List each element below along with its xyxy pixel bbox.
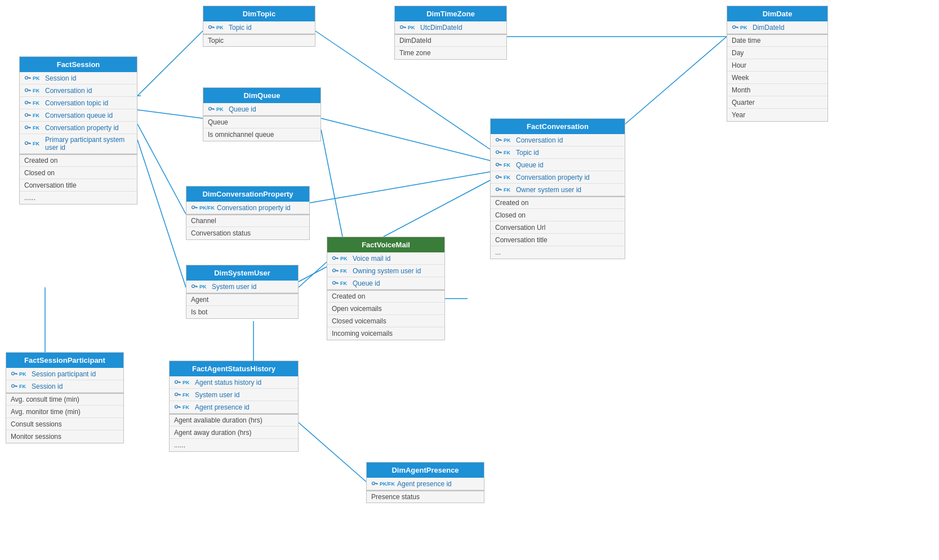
table-factsession: FactSession PKSession id FKConversation … [19,56,137,205]
table-row: FKOwner system user id [491,184,625,196]
field-badge: FK [33,125,43,131]
field-badge: FK [504,187,514,193]
table-row: Channel [186,214,309,227]
table-row: ...... [170,439,298,451]
svg-point-69 [496,175,499,178]
table-row: Created on [20,154,137,167]
field-name: Session id [45,74,76,82]
field-name: Time zone [399,49,431,57]
field-name: Week [732,74,749,82]
key-icon [495,162,502,168]
field-badge: PK/FK [199,205,215,211]
table-header-dimagentpresence: DimAgentPresence [367,463,484,478]
svg-point-105 [175,380,178,383]
svg-point-113 [175,405,178,408]
field-name: Session participant id [32,370,96,378]
field-name: Agent avaliable duration (hrs) [174,416,262,424]
field-name: Closed on [495,211,526,219]
field-name: Conversation id [45,87,92,95]
table-factsessionparticipant: FactSessionParticipant PKSession partici… [6,352,124,443]
key-icon [24,100,31,106]
table-row: Conversation Url [491,221,625,234]
table-header-factvoicemail: FactVoiceMail [327,237,444,252]
table-row: Quarter [727,96,827,109]
table-header-factsession: FactSession [20,57,137,72]
svg-point-61 [496,150,499,153]
field-badge: FK [183,392,193,398]
key-icon [732,24,738,31]
table-row: FKConversation property id [491,171,625,184]
field-badge: FK [33,141,43,146]
table-row: Created on [491,196,625,209]
field-badge: PK [199,284,210,290]
key-icon [174,404,181,411]
table-row: Hour [727,59,827,72]
key-icon [208,106,215,113]
table-header-dimtopic: DimTopic [203,6,315,21]
table-row: FKConversation topic id [20,97,137,109]
diagram-canvas: DimTopic PKTopic idTopicDimTimeZone PKUt… [0,0,939,560]
field-name: Conversation property id [45,124,119,132]
table-factconversation: FactConversation PKConversation id FKTop… [490,118,625,259]
field-name: Closed voicemails [332,317,386,325]
field-name: Incoming voicemails [332,330,393,337]
svg-line-16 [625,37,727,124]
key-icon [332,255,339,262]
table-row: Monitor sessions [6,430,123,443]
table-row: ...... [20,192,137,204]
key-icon [495,149,502,156]
field-name: Owner system user id [516,186,581,194]
table-row: Incoming voicemails [327,327,444,340]
field-name: Queue id [229,105,256,113]
field-name: Topic [208,37,224,45]
table-header-dimqueue: DimQueue [203,88,321,103]
table-dimdate: DimDate PKDimDateIdDate timeDayHourWeekM… [727,6,828,122]
table-header-factconversation: FactConversation [491,119,625,134]
svg-point-49 [25,142,28,145]
key-icon [24,125,31,131]
field-badge: PK [19,371,29,377]
table-header-dimdate: DimDate [727,6,827,21]
svg-line-3 [137,124,186,214]
table-row: FKQueue id [327,277,444,290]
key-icon [24,75,31,82]
field-name: Queue id [516,161,544,169]
table-row: Time zone [395,47,506,59]
svg-line-6 [321,118,490,161]
table-row: FKOwning system user id [327,265,444,277]
table-row: Week [727,72,827,84]
svg-point-97 [12,372,15,375]
field-name: Voice mail id [353,255,390,263]
table-row: FKTopic id [491,146,625,159]
table-row: PKConversation id [491,134,625,146]
field-name: Session id [32,383,63,390]
field-badge: PK [33,75,43,81]
key-icon [191,205,198,211]
field-name: Agent presence id [195,403,250,411]
svg-point-85 [333,256,336,259]
svg-point-17 [209,25,212,28]
key-icon [332,268,339,274]
key-icon [332,280,339,287]
key-icon [24,140,31,147]
field-badge: FK [19,384,29,389]
table-header-factsessionparticipant: FactSessionParticipant [6,353,123,368]
field-name: Quarter [732,99,755,106]
table-row: PKUtcDimDateId [395,21,506,34]
table-factagentstatushistory: FactAgentStatusHistory PKAgent status hi… [169,361,299,452]
field-name: Is omnichannel queue [208,131,274,139]
key-icon [495,137,502,144]
key-icon [495,186,502,193]
table-row: Closed on [20,167,137,179]
table-row: FKConversation property id [20,122,137,134]
field-name: Conversation Url [495,224,545,232]
table-header-dimconversationproperty: DimConversationProperty [186,186,309,202]
table-row: Year [727,109,827,121]
field-badge: FK [340,268,350,274]
svg-point-53 [209,107,212,110]
field-name: Agent away duration (hrs) [174,429,251,437]
table-header-factagentstatushistory: FactAgentStatusHistory [170,361,298,376]
table-row: PKAgent status history id [170,376,298,389]
key-icon [11,383,17,390]
field-name: Is bot [191,308,207,316]
